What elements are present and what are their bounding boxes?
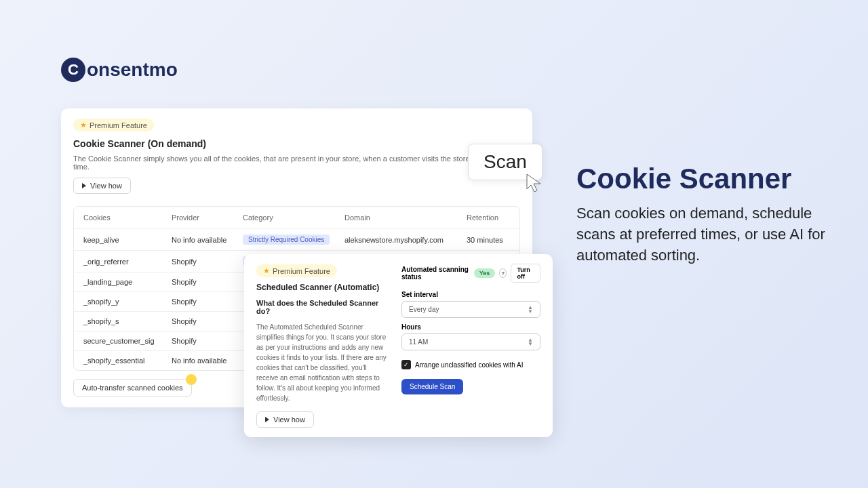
view-how-label: View how	[90, 182, 122, 190]
sub-panel-question: What does the Scheduled Scanner do?	[256, 299, 388, 315]
interval-value: Every day	[409, 306, 439, 313]
hours-value: 11 AM	[409, 338, 428, 346]
premium-label: Premium Feature	[90, 121, 147, 129]
play-icon	[265, 417, 269, 422]
view-how-button[interactable]: View how	[73, 178, 131, 194]
col-retention: Retention	[467, 214, 510, 222]
status-badge: Yes	[474, 268, 496, 278]
col-cookies: Cookies	[83, 214, 172, 222]
cell-provider: Shopify	[172, 317, 243, 325]
auto-transfer-button[interactable]: Auto-transfer scanned cookies	[73, 379, 192, 396]
hours-select[interactable]: 11 AM ▲▼	[401, 333, 540, 350]
sub-panel-desc: The Automated Scheduled Scanner simplifi…	[256, 322, 388, 403]
view-how-label: View how	[273, 415, 305, 424]
category-badge: Strictly Required Cookies	[243, 235, 330, 245]
updown-icon: ▲▼	[528, 306, 533, 313]
cell-provider: Shopify	[172, 337, 243, 345]
cell-provider: No info available	[172, 236, 243, 244]
cell-name: _landing_page	[83, 278, 172, 286]
premium-label: Premium Feature	[273, 267, 330, 275]
marketing-section: Cookie Scanner Scan cookies on demand, s…	[576, 163, 831, 266]
view-how-button[interactable]: View how	[256, 411, 314, 428]
star-icon: ★	[263, 266, 270, 275]
updown-icon: ▲▼	[528, 338, 533, 346]
interval-select[interactable]: Every day ▲▼	[401, 301, 540, 318]
play-icon	[82, 183, 86, 188]
cell-name: keep_alive	[83, 236, 172, 244]
schedule-scan-button[interactable]: Schedule Scan	[401, 379, 463, 394]
cell-provider: No info available	[172, 357, 243, 365]
cell-name: secure_customer_sig	[83, 337, 172, 345]
panel-desc: The Cookie Scanner simply shows you all …	[73, 155, 520, 171]
col-category: Category	[243, 214, 344, 222]
interval-label: Set interval	[401, 291, 540, 298]
cell-domain: aleksnewstore.myshopify.com	[344, 236, 467, 244]
star-icon	[186, 374, 197, 385]
premium-badge: ★ Premium Feature	[73, 119, 154, 131]
cell-name: _shopify_essential	[83, 357, 172, 365]
status-label: Automated scanning status	[401, 266, 470, 281]
table-header: Cookies Provider Category Domain Retenti…	[74, 207, 519, 229]
checkbox-icon: ✓	[401, 360, 411, 369]
hours-label: Hours	[401, 323, 540, 331]
cell-provider: Shopify	[172, 298, 243, 306]
logo-icon: C	[61, 58, 85, 82]
cell-provider: Shopify	[172, 258, 243, 266]
help-icon[interactable]: ?	[499, 268, 507, 278]
cell-name: _shopify_s	[83, 317, 172, 325]
marketing-desc: Scan cookies on demand, schedule scans a…	[576, 203, 831, 266]
brand-logo: C onsentmo	[61, 58, 178, 82]
cell-retention: 30 minutes	[467, 236, 510, 244]
auto-transfer-label: Auto-transfer scanned cookies	[82, 384, 183, 392]
cell-provider: Shopify	[172, 278, 243, 286]
cell-name: _orig_referrer	[83, 258, 172, 266]
col-provider: Provider	[172, 214, 243, 222]
ai-checkbox-row[interactable]: ✓ Arrange unclassified cookies with AI	[401, 360, 540, 369]
turn-off-button[interactable]: Turn off	[511, 264, 540, 283]
sub-panel-title: Scheduled Scanner (Automatic)	[256, 283, 388, 292]
star-icon: ★	[80, 121, 87, 129]
cell-name: _shopify_y	[83, 298, 172, 306]
premium-badge: ★ Premium Feature	[256, 264, 337, 277]
ai-label: Arrange unclassified cookies with AI	[415, 361, 524, 369]
marketing-title: Cookie Scanner	[576, 163, 831, 195]
scan-label: Scan	[484, 151, 527, 172]
cursor-icon	[526, 173, 543, 193]
col-domain: Domain	[344, 214, 467, 222]
panel-title: Cookie Scanner (On demand)	[73, 138, 520, 149]
brand-text: onsentmo	[87, 59, 178, 81]
scheduled-scanner-panel: ★ Premium Feature Scheduled Scanner (Aut…	[244, 254, 553, 437]
table-row[interactable]: keep_alive No info available Strictly Re…	[74, 229, 519, 251]
scanning-status: Automated scanning status Yes ? Turn off	[401, 264, 540, 283]
